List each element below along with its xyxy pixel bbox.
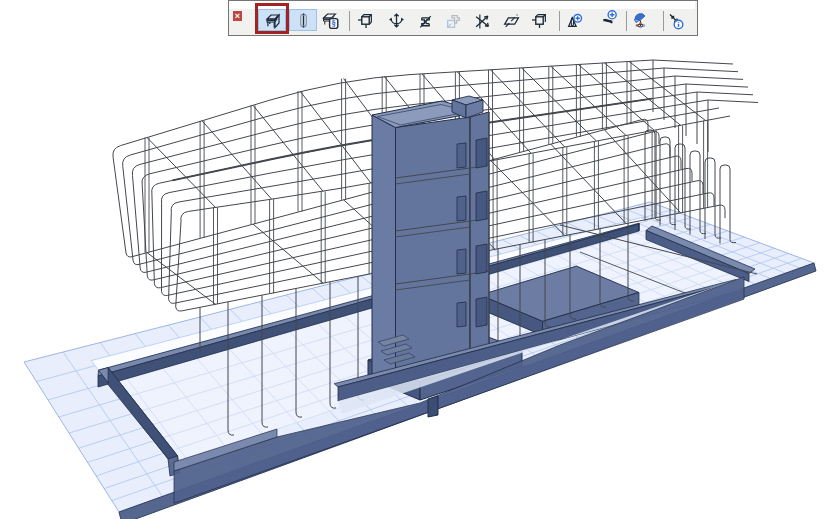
- svg-text:§: §: [332, 18, 336, 28]
